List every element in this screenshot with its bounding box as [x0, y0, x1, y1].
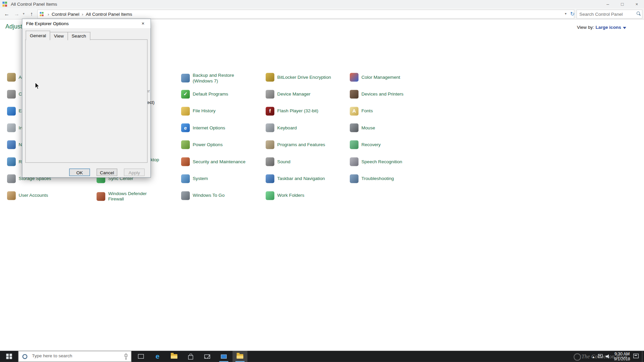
work-folders-icon [266, 191, 274, 200]
control-panel-item[interactable]: Mouse [350, 123, 375, 132]
control-panel-item-label: Work Folders [277, 193, 305, 198]
fonts-icon: A [350, 107, 359, 115]
control-panel-item[interactable]: Sound [266, 157, 290, 166]
start-button[interactable] [0, 351, 18, 362]
windows-logo-icon [6, 354, 12, 359]
cortana-icon [22, 354, 28, 359]
control-panel-item[interactable]: Security and Maintenance [181, 157, 246, 166]
search-input[interactable] [577, 10, 633, 18]
control-panel-item-label: System [193, 176, 208, 182]
control-panel-item[interactable]: Windows To Go [181, 191, 225, 200]
search-icon[interactable] [637, 12, 640, 15]
microphone-icon[interactable] [125, 354, 127, 357]
windows-to-go-icon [181, 191, 190, 200]
up-icon[interactable]: ↑ [28, 8, 36, 19]
ok-button[interactable]: OK [69, 169, 90, 176]
control-panel-item[interactable]: Taskbar and Navigation [266, 174, 325, 183]
view-by-label: View by: [577, 25, 594, 30]
address-bar[interactable]: › Control Panel › All Control Panel Item… [37, 9, 574, 18]
breadcrumb-all-control-panel-items[interactable]: All Control Panel Items [84, 12, 134, 17]
task-view-button[interactable] [134, 351, 148, 362]
security-maintenance-icon [181, 158, 190, 166]
address-dropdown-icon[interactable]: ▾ [563, 12, 569, 15]
edge-button[interactable]: e [151, 351, 164, 362]
taskbar-clock[interactable]: 9:30 AM 9/1/2018 [612, 352, 632, 361]
power-options-icon [181, 140, 190, 149]
back-icon[interactable]: ← [2, 8, 11, 19]
administrative-tools-icon [7, 73, 16, 81]
minimize-button[interactable]: – [600, 0, 615, 8]
control-panel-item[interactable]: Color Management [350, 72, 400, 82]
network-sharing-icon [7, 140, 16, 149]
dialog-close-icon[interactable]: × [136, 19, 150, 28]
action-center-icon[interactable] [633, 354, 639, 358]
tab-general[interactable]: General [26, 31, 50, 40]
control-panel-taskbar-button[interactable] [217, 351, 230, 362]
mail-envelope-icon [204, 354, 210, 358]
control-panel-item[interactable]: Devices and Printers [350, 89, 404, 99]
tray-expand-icon[interactable]: ▴ [590, 351, 597, 362]
control-panel-item[interactable]: Device Manager [266, 89, 311, 99]
control-panel-item[interactable]: Speech Recognition [350, 157, 402, 166]
tab-search[interactable]: Search [67, 32, 90, 40]
control-panel-item[interactable]: Work Folders [266, 191, 304, 200]
control-panel-item[interactable]: Power Options [181, 140, 223, 149]
apply-button[interactable]: Apply [124, 169, 145, 176]
clock-time: 9:30 AM [612, 352, 632, 356]
control-panel-item-label: Mouse [361, 125, 375, 131]
taskbar-searchbox[interactable] [18, 351, 131, 362]
control-panel-item[interactable]: Recovery [350, 140, 381, 149]
mail-button[interactable] [201, 351, 214, 362]
dialog-titlebar: File Explorer Options × [22, 19, 151, 28]
taskbar-search-input[interactable] [31, 353, 120, 359]
control-panel-item-label: Windows To Go [193, 193, 225, 198]
store-bag-icon [188, 355, 193, 359]
control-panel-item[interactable]: File History [181, 106, 216, 116]
tab-view[interactable]: View [50, 32, 68, 40]
keyboard-icon [266, 124, 274, 132]
storage-spaces-icon [7, 174, 16, 183]
backup-and-restore-icon [181, 74, 190, 82]
control-panel-item[interactable]: Backup and Restore(Windows 7) [181, 72, 234, 83]
control-panel-app-icon [2, 2, 7, 7]
store-button[interactable] [184, 351, 198, 362]
dialog-title: File Explorer Options [26, 21, 69, 26]
file-explorer-button[interactable] [167, 351, 181, 362]
file-explorer-options-taskbar-button[interactable] [232, 351, 247, 362]
control-panel-item[interactable]: AFonts [350, 106, 373, 116]
dialog-tabs: General View Search [26, 31, 90, 40]
recovery-icon [350, 140, 359, 149]
control-panel-item-label: User Accounts [19, 193, 48, 198]
forward-icon[interactable]: → [12, 8, 21, 19]
control-panel-item[interactable]: ✓Default Programs [181, 89, 228, 99]
control-panel-item-label: Default Programs [193, 92, 228, 97]
recent-locations-icon[interactable]: ▾ [21, 8, 26, 19]
control-panel-item[interactable]: fFlash Player (32-bit) [266, 106, 318, 116]
control-panel-item[interactable]: Keyboard [266, 123, 297, 132]
control-panel-item[interactable]: User Accounts [7, 191, 48, 200]
control-panel-item[interactable]: Programs and Features [266, 140, 325, 149]
maximize-button[interactable]: □ [615, 0, 630, 8]
cancel-button[interactable]: Cancel [97, 169, 117, 176]
control-panel-item[interactable]: eInternet Options [181, 123, 225, 132]
user-accounts-icon [7, 191, 16, 200]
control-panel-item[interactable]: Windows DefenderFirewall [97, 191, 147, 202]
folder-options-icon [237, 354, 244, 359]
control-panel-item[interactable]: System [181, 174, 208, 183]
control-panel-item-label: Windows DefenderFirewall [108, 191, 147, 202]
refresh-icon[interactable]: ↻ [569, 11, 576, 17]
network-icon[interactable] [598, 354, 603, 358]
clock-date: 9/1/2018 [612, 356, 632, 361]
file-explorer-options-dialog: File Explorer Options × General View Sea… [22, 19, 151, 178]
control-panel-item[interactable]: Troubleshooting [350, 174, 394, 183]
window-titlebar: All Control Panel Items – □ × [0, 0, 644, 8]
breadcrumb-control-panel[interactable]: Control Panel [50, 12, 81, 17]
view-by-selector[interactable]: Large icons [596, 25, 626, 30]
control-panel-searchbox[interactable] [577, 9, 642, 18]
control-panel-item-label: Sound [277, 159, 290, 165]
show-desktop-button[interactable] [642, 351, 644, 362]
programs-features-icon [266, 140, 274, 149]
close-button[interactable]: × [630, 0, 644, 8]
control-panel-item[interactable]: BitLocker Drive Encryption [266, 72, 331, 82]
volume-icon[interactable] [605, 354, 610, 358]
